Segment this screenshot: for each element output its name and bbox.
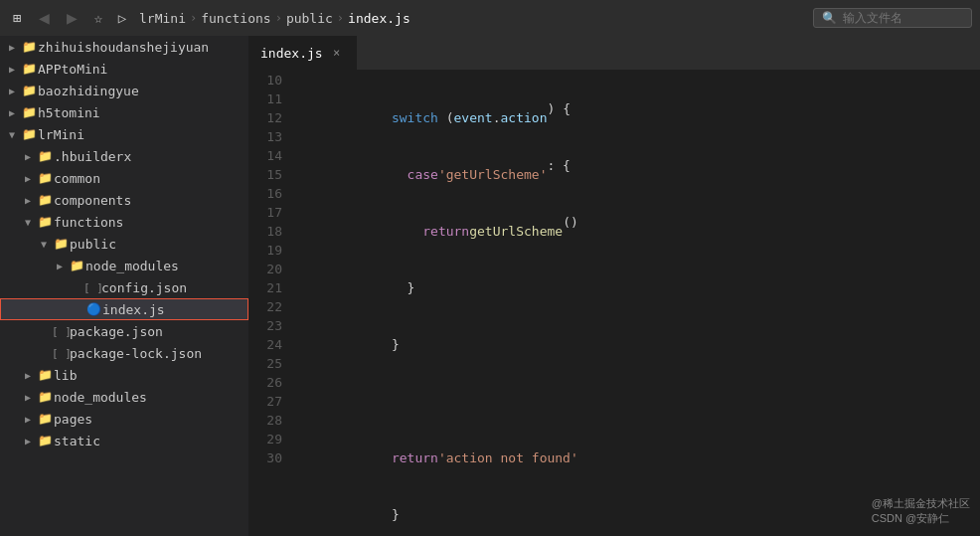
sidebar-item-label: package-lock.json — [70, 346, 248, 361]
sidebar-item-components[interactable]: ▶ 📁 components — [0, 189, 248, 211]
titlebar: ⊞ ◀ ▶ ☆ ▷ lrMini › functions › public › … — [0, 0, 980, 36]
sidebar-item-node-modules[interactable]: ▶ 📁 node_modules — [0, 386, 248, 408]
folder-icon: 📁 — [20, 127, 38, 141]
sidebar-item-package-json[interactable]: [ ] package.json — [0, 320, 248, 342]
chevron-icon: ▶ — [20, 173, 36, 184]
sidebar-item-pages[interactable]: ▶ 📁 pages — [0, 408, 248, 430]
sidebar-item-h5tomini[interactable]: ▶ 📁 h5tomini — [0, 101, 248, 123]
file-icon: [ ] — [83, 281, 101, 294]
sidebar-item-label: package.json — [70, 324, 248, 339]
sidebar: ▶ 📁 zhihuishoudanshejiyuan ▶ 📁 APPtoMini… — [0, 36, 248, 536]
sidebar-item-public[interactable]: ▼ 📁 public — [0, 233, 248, 255]
folder-icon: 📁 — [68, 259, 85, 272]
sidebar-item-label: config.json — [101, 280, 248, 295]
tab-label: index.js — [260, 46, 323, 61]
code-line-11: case 'getUrlScheme': { — [298, 165, 980, 184]
code-line-14: } — [298, 335, 980, 354]
sidebar-item-common[interactable]: ▶ 📁 common — [0, 167, 248, 189]
breadcrumb-sep3: › — [337, 11, 344, 25]
code-line-15 — [298, 392, 980, 411]
chevron-icon: ▶ — [20, 151, 36, 162]
chevron-icon: ▶ — [20, 392, 36, 403]
sidebar-item-apptomini[interactable]: ▶ 📁 APPtoMini — [0, 58, 248, 80]
folder-icon: 📁 — [36, 193, 54, 207]
sidebar-item-label: h5tomini — [38, 105, 248, 120]
breadcrumb-public[interactable]: public — [286, 11, 333, 26]
breadcrumb-sep2: › — [275, 11, 282, 25]
folder-icon: 📁 — [20, 84, 38, 97]
sidebar-item-label: public — [70, 237, 248, 252]
main-content: ▶ 📁 zhihuishoudanshejiyuan ▶ 📁 APPtoMini… — [0, 36, 980, 536]
sidebar-item-label: common — [54, 171, 248, 186]
file-search[interactable]: 🔍 — [813, 8, 972, 28]
code-line-12: return getUrlScheme() — [298, 222, 980, 241]
chevron-icon: ▼ — [4, 129, 20, 140]
code-line-10: switch (event.action) { — [298, 108, 980, 127]
breadcrumb-file[interactable]: index.js — [348, 11, 410, 26]
sidebar-item-label: .hbuilderx — [54, 149, 248, 164]
chevron-icon: ▶ — [20, 195, 36, 206]
sidebar-item-label: index.js — [102, 302, 247, 317]
chevron-icon: ▶ — [20, 436, 36, 447]
editor-body[interactable]: 10 11 12 13 14 15 16 17 18 19 20 21 22 2… — [248, 71, 980, 536]
sidebar-item-hbuilderx[interactable]: ▶ 📁 .hbuilderx — [0, 145, 248, 167]
folder-icon: 📁 — [52, 237, 70, 251]
search-icon: 🔍 — [822, 11, 837, 25]
sidebar-item-index-js[interactable]: 🔵 index.js — [0, 298, 248, 320]
sidebar-item-config-json[interactable]: [ ] config.json — [0, 276, 248, 298]
file-icon: [ ] — [52, 325, 70, 338]
code-line-13: } — [298, 278, 980, 297]
tabs-bar: index.js × — [248, 36, 980, 71]
tab-close-button[interactable]: × — [329, 45, 345, 61]
sidebar-item-label: pages — [54, 412, 248, 427]
code-line-16: return 'action not found' — [298, 448, 980, 467]
folder-icon: 📁 — [36, 368, 54, 382]
sidebar-item-label: baozhidingyue — [38, 84, 248, 98]
chevron-icon: ▶ — [20, 370, 36, 381]
sidebar-item-label: node_modules — [54, 390, 248, 405]
sidebar-item-functions[interactable]: ▼ 📁 functions — [0, 211, 248, 233]
sidebar-item-label: functions — [54, 215, 248, 230]
app-icon: ⊞ — [8, 9, 26, 27]
run-icon: ▷ — [113, 9, 131, 27]
sidebar-item-label: lrMini — [38, 127, 248, 142]
sidebar-item-zhihuishoudanshejiyuan[interactable]: ▶ 📁 zhihuishoudanshejiyuan — [0, 36, 248, 58]
breadcrumb-functions[interactable]: functions — [201, 11, 270, 26]
nav-buttons: ◀ ▶ — [32, 6, 83, 30]
file-icon: 🔵 — [84, 302, 102, 316]
bookmark-icon: ☆ — [89, 9, 107, 27]
sidebar-item-lib[interactable]: ▶ 📁 lib — [0, 364, 248, 386]
chevron-icon: ▶ — [52, 261, 68, 271]
chevron-icon: ▶ — [20, 414, 36, 425]
sidebar-item-label: APPtoMini — [38, 62, 248, 77]
code-editor[interactable]: switch (event.action) { case 'getUrlSche… — [290, 71, 980, 536]
chevron-icon: ▼ — [20, 217, 36, 228]
sidebar-item-label: node_modules — [85, 259, 248, 273]
sidebar-item-package-lock-json[interactable]: [ ] package-lock.json — [0, 342, 248, 364]
folder-icon: 📁 — [36, 434, 54, 447]
breadcrumb-sep1: › — [190, 11, 197, 25]
tab-index-js[interactable]: index.js × — [248, 36, 358, 70]
watermark: @稀土掘金技术社区CSDN @安静仁 — [872, 496, 970, 526]
breadcrumb: lrMini › functions › public › index.js — [139, 11, 805, 26]
chevron-icon: ▶ — [4, 107, 20, 118]
titlebar-controls: ⊞ ◀ ▶ ☆ ▷ — [8, 6, 131, 30]
sidebar-item-node-modules-inner[interactable]: ▶ 📁 node_modules — [0, 255, 248, 276]
sidebar-item-lrmini[interactable]: ▼ 📁 lrMini — [0, 123, 248, 145]
folder-icon: 📁 — [36, 171, 54, 185]
folder-icon: 📁 — [36, 149, 54, 163]
sidebar-item-label: lib — [54, 368, 248, 383]
breadcrumb-lrmini[interactable]: lrMini — [139, 11, 186, 26]
search-input[interactable] — [843, 11, 962, 25]
sidebar-item-static[interactable]: ▶ 📁 static — [0, 430, 248, 451]
folder-icon: 📁 — [20, 40, 38, 54]
folder-icon: 📁 — [36, 390, 54, 404]
forward-button[interactable]: ▶ — [60, 6, 83, 30]
folder-icon: 📁 — [20, 62, 38, 76]
folder-icon: 📁 — [36, 412, 54, 426]
sidebar-item-label: zhihuishoudanshejiyuan — [38, 40, 248, 55]
sidebar-item-baozhidingyue[interactable]: ▶ 📁 baozhidingyue — [0, 80, 248, 101]
chevron-icon: ▶ — [4, 42, 20, 53]
file-icon: [ ] — [52, 347, 70, 360]
back-button[interactable]: ◀ — [32, 6, 56, 30]
